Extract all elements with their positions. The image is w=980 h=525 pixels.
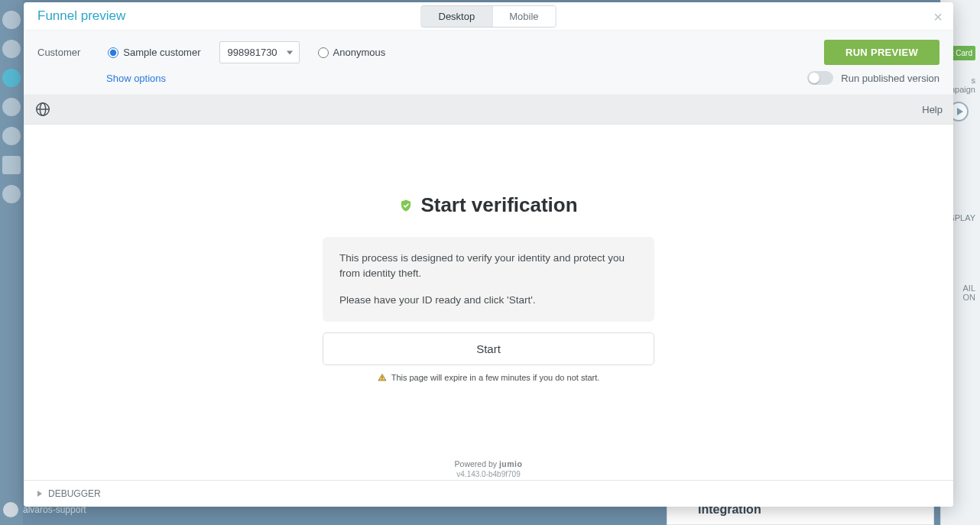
verification-line2: Please have your ID ready and click 'Sta…	[339, 293, 638, 308]
view-toggle: Desktop Mobile	[421, 5, 557, 28]
toggle-label: Run published version	[841, 73, 939, 84]
rail-icon[interactable]	[2, 11, 21, 29]
avatar-icon	[3, 502, 18, 517]
expire-notice: This page will expire in a few minutes i…	[378, 373, 600, 382]
verification-line1: This process is designed to verify your …	[339, 251, 638, 282]
powered-by: Powered by jumio v4.143.0-b4b9f709	[455, 459, 523, 480]
show-options-link[interactable]: Show options	[106, 73, 166, 84]
radio-sample-customer[interactable]: Sample customer	[108, 47, 200, 58]
rail-icon[interactable]	[2, 127, 21, 145]
rail-icon[interactable]	[2, 156, 21, 174]
globe-icon[interactable]	[34, 101, 51, 118]
radio-sample-label: Sample customer	[123, 47, 200, 58]
chevron-down-icon	[287, 50, 293, 54]
start-button[interactable]: Start	[323, 332, 654, 365]
funnel-preview-modal: Funnel preview Desktop Mobile × Customer…	[24, 2, 953, 507]
tab-mobile[interactable]: Mobile	[492, 6, 555, 27]
run-preview-button[interactable]: RUN PREVIEW	[824, 40, 939, 65]
customer-id-select[interactable]: 998981730	[219, 41, 300, 63]
svg-point-4	[381, 379, 382, 380]
verification-title: Start verification	[399, 193, 577, 217]
modal-header: Funnel preview Desktop Mobile ×	[24, 2, 953, 31]
debugger-panel[interactable]: DEBUGGER	[24, 480, 953, 507]
rail-icon[interactable]	[2, 40, 21, 58]
powered-brand: jumio	[499, 459, 523, 468]
app-left-rail	[0, 0, 23, 525]
toggle-switch[interactable]	[807, 71, 833, 85]
close-icon[interactable]: ×	[933, 8, 943, 26]
radio-anon-label: Anonymous	[333, 47, 386, 58]
expand-icon	[37, 491, 42, 497]
preview-pane: Start verification This process is desig…	[24, 125, 953, 480]
version-text: v4.143.0-b4b9f709	[455, 470, 523, 478]
shield-check-icon	[399, 198, 413, 213]
customer-label: Customer	[37, 47, 80, 58]
warning-icon	[378, 373, 387, 382]
radio-anon-input[interactable]	[318, 47, 329, 58]
options-bar: Customer Sample customer 998981730 Anony…	[24, 31, 953, 95]
rail-icon[interactable]	[2, 185, 21, 203]
tab-desktop[interactable]: Desktop	[422, 6, 492, 27]
powered-prefix: Powered by	[455, 459, 499, 468]
modal-title: Funnel preview	[37, 8, 125, 24]
preview-toolbar: Help	[24, 95, 953, 125]
expire-text: This page will expire in a few minutes i…	[391, 373, 600, 382]
run-published-toggle[interactable]: Run published version	[807, 71, 939, 85]
verification-description: This process is designed to verify your …	[323, 237, 654, 322]
help-link[interactable]: Help	[922, 104, 943, 115]
radio-anonymous[interactable]: Anonymous	[318, 47, 386, 58]
radio-sample-input[interactable]	[108, 47, 118, 58]
verification-title-text: Start verification	[420, 193, 577, 217]
rail-icon[interactable]	[2, 69, 21, 87]
rail-icon[interactable]	[2, 98, 21, 116]
customer-id-value: 998981730	[228, 47, 277, 58]
debugger-label: DEBUGGER	[48, 488, 101, 499]
